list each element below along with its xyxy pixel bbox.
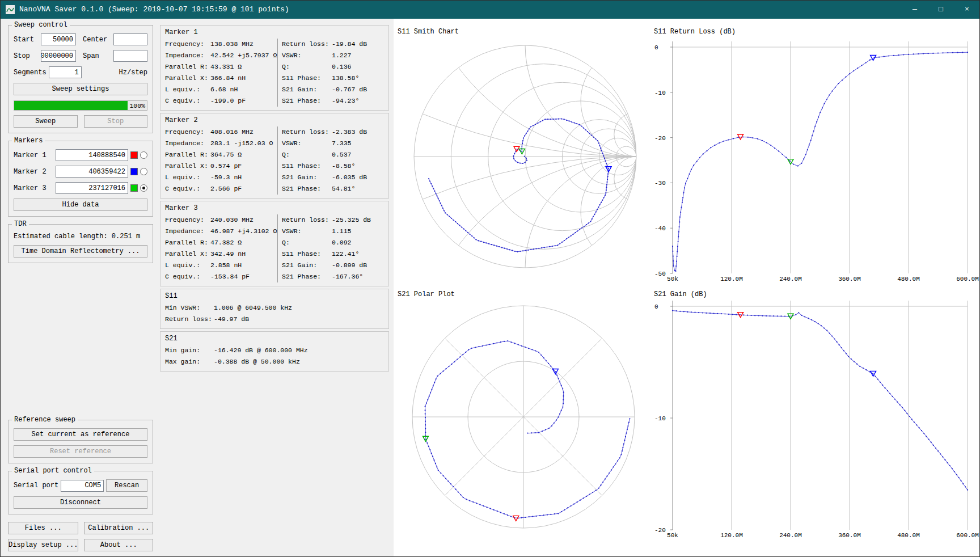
start-input[interactable]: 50000: [41, 33, 76, 45]
display-setup-button[interactable]: Display setup ...: [8, 539, 78, 551]
smith-chart[interactable]: [394, 19, 650, 286]
field-value: -59.3 nH: [210, 172, 277, 183]
field-label: C equiv.:: [165, 95, 210, 107]
svg-text:240.0M: 240.0M: [779, 532, 802, 539]
sweep-button[interactable]: Sweep: [14, 115, 78, 128]
field-label: S11 Phase:: [277, 161, 332, 172]
svg-text:-20: -20: [654, 135, 666, 142]
minimize-button[interactable]: —: [902, 0, 928, 19]
field-label: Frequency:: [165, 214, 210, 226]
polar-chart[interactable]: [394, 286, 650, 557]
footer-buttons: Files ... Calibration ... Display setup …: [8, 522, 153, 551]
marker-2-radio[interactable]: [140, 168, 147, 175]
marker-3-radio[interactable]: [140, 184, 147, 192]
start-center-row: Start 50000 Center: [14, 33, 147, 45]
hide-data-button[interactable]: Hide data: [14, 199, 147, 211]
tdr-group: TDR Estimated cable length: 0.251 m Time…: [8, 224, 153, 263]
field-label: VSWR:: [277, 50, 332, 61]
stop-input[interactable]: 600000000: [41, 50, 76, 62]
field-label: C equiv.:: [165, 183, 210, 195]
field-value: 0.092: [332, 237, 384, 248]
field-value: 283.1 -j152.03 Ω: [210, 138, 277, 149]
field-value: -49.97 dB: [214, 314, 384, 325]
field-label: Q:: [277, 149, 332, 161]
return-loss-chart[interactable]: 50k120.0M240.0M360.0M480.0M600.0M0-10-20…: [650, 19, 980, 286]
serial-port-input[interactable]: COM5: [61, 480, 104, 492]
svg-text:-10: -10: [654, 415, 666, 422]
charts-panel: S11 Smith Chart S11 Return Loss (dB) S21…: [394, 19, 980, 557]
sweep-progress-bar: 100%: [14, 100, 147, 111]
field-label: Q:: [277, 237, 332, 248]
field-value: 138.038 MHz: [210, 39, 277, 50]
control-panel: Sweep control Start 50000 Center Stop 60…: [8, 25, 153, 551]
marker-3-input[interactable]: 237127016: [56, 182, 128, 194]
svg-text:50k: 50k: [667, 276, 678, 282]
center-input[interactable]: [113, 33, 147, 45]
marker-2-input[interactable]: 406359422: [56, 166, 128, 178]
sweep-control-title: Sweep control: [12, 21, 70, 29]
markers-title: Markers: [12, 137, 45, 145]
segments-input[interactable]: 1: [49, 66, 82, 78]
field-value: 240.030 MHz: [210, 214, 277, 226]
close-button[interactable]: ×: [954, 0, 980, 19]
band-summary-title: S11: [165, 291, 384, 302]
svg-text:240.0M: 240.0M: [779, 276, 802, 282]
disconnect-button[interactable]: Disconnect: [14, 496, 147, 509]
field-label: Frequency:: [165, 126, 210, 138]
marker-1-color-swatch[interactable]: [130, 151, 138, 159]
field-label: L equiv.:: [165, 172, 210, 183]
field-value: -16.429 dB @ 600.000 MHz: [214, 345, 384, 356]
calibration-button[interactable]: Calibration ...: [84, 522, 153, 534]
field-value: -199.0 pF: [210, 95, 277, 107]
marker-2-color-swatch[interactable]: [130, 168, 138, 175]
field-value: 0.136: [332, 61, 384, 73]
field-label: Impedance:: [165, 50, 210, 61]
serial-port-group: Serial port control Serial port COM5 Res…: [8, 471, 153, 514]
svg-text:120.0M: 120.0M: [720, 276, 743, 282]
reset-reference-button[interactable]: Reset reference: [14, 445, 147, 458]
marker-1-radio[interactable]: [140, 151, 147, 159]
svg-text:480.0M: 480.0M: [897, 276, 920, 282]
stop-button[interactable]: Stop: [84, 115, 148, 128]
serial-port-title: Serial port control: [12, 467, 94, 475]
field-label: L equiv.:: [165, 84, 210, 95]
svg-text:-10: -10: [654, 90, 666, 96]
field-value: 46.987 +j4.3102 Ω: [210, 226, 277, 237]
svg-text:600.0M: 600.0M: [956, 532, 979, 539]
marker-1-input[interactable]: 140888540: [56, 149, 128, 161]
field-value: -19.84 dB: [332, 39, 384, 50]
marker-3-color-swatch[interactable]: [130, 184, 138, 192]
field-value: -0.767 dB: [332, 84, 384, 95]
field-label: S21 Phase:: [277, 183, 332, 195]
span-input[interactable]: [113, 50, 147, 62]
field-label: VSWR:: [277, 138, 332, 149]
window-controls: — □ ×: [902, 0, 980, 19]
field-label: Parallel X:: [165, 161, 210, 172]
marker-detail-title: Marker 3: [165, 203, 384, 214]
trace-line: [673, 311, 968, 490]
rescan-button[interactable]: Rescan: [106, 479, 147, 492]
field-value: 47.382 Ω: [210, 237, 277, 248]
field-value: 138.58°: [332, 73, 384, 84]
tdr-button[interactable]: Time Domain Reflectometry ...: [14, 245, 147, 258]
tdr-title: TDR: [12, 220, 29, 229]
field-value: -6.035 dB: [332, 172, 384, 183]
field-value: 43.331 Ω: [210, 61, 277, 73]
set-reference-button[interactable]: Set current as reference: [14, 428, 147, 441]
sweep-buttons-row: Sweep Stop: [14, 115, 147, 128]
field-label: S11 Phase:: [277, 73, 332, 84]
band-summary-box: S21Min gain:-16.429 dB @ 600.000 MHzMax …: [160, 331, 389, 372]
about-button[interactable]: About ...: [84, 539, 153, 551]
files-button[interactable]: Files ...: [8, 522, 78, 534]
field-value: 364.75 Ω: [210, 149, 277, 161]
maximize-button[interactable]: □: [928, 0, 954, 19]
marker-detail-grid: Frequency:138.038 MHzReturn loss:-19.84 …: [165, 39, 384, 107]
gain-chart[interactable]: 50k120.0M240.0M360.0M480.0M600.0M0-10-20: [650, 286, 980, 557]
sweep-settings-button[interactable]: Sweep settings: [14, 83, 147, 95]
svg-text:-40: -40: [654, 225, 666, 232]
stop-label: Stop: [14, 52, 39, 60]
field-label: Min gain:: [165, 345, 214, 356]
trace-points: [672, 52, 968, 272]
field-label: Frequency:: [165, 39, 210, 50]
span-label: Span: [83, 52, 111, 60]
